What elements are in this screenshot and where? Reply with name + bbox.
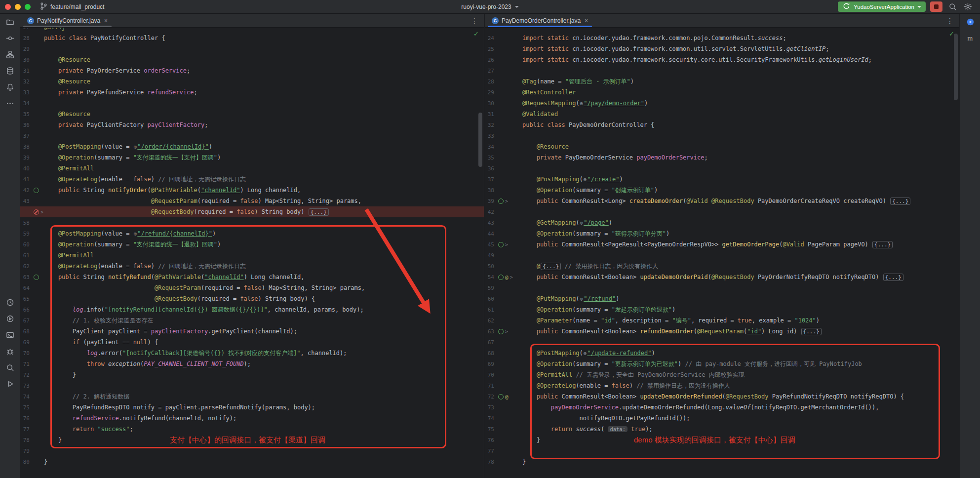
code-text[interactable]: @Parameter(name = "id", description = "编… <box>522 315 820 326</box>
line-number[interactable]: 71 <box>20 361 32 367</box>
inspections-ok-icon[interactable]: ✓ <box>473 30 479 38</box>
code-text[interactable]: private PayOrderService orderService; <box>44 65 190 76</box>
tab-paydemoordercontroller[interactable]: C PayDemoOrderController.java × <box>487 14 593 27</box>
line-number[interactable]: 29 <box>485 89 497 96</box>
line-number[interactable]: 34 <box>20 100 32 107</box>
history-toolwindow-icon[interactable] <box>0 294 20 311</box>
annotation-gutter-icon[interactable]: @ <box>505 274 509 280</box>
line-number[interactable]: 70 <box>485 372 497 378</box>
scrollbar-thumb[interactable] <box>478 113 482 167</box>
code-text[interactable]: return success( data: true); <box>522 424 653 435</box>
zoom-window-button[interactable] <box>25 4 31 10</box>
code-text[interactable]: @Resource <box>522 141 569 152</box>
project-toolwindow-icon[interactable] <box>0 14 20 30</box>
line-number[interactable]: 68 <box>485 350 497 357</box>
code-text[interactable]: @Resource <box>44 54 90 65</box>
debugger-toolwindow-icon[interactable] <box>0 343 20 359</box>
line-number[interactable]: 74 <box>485 415 497 422</box>
code-text[interactable]: import static cn.iocoder.yudao.framework… <box>522 33 786 43</box>
request-mapping-icon[interactable] <box>498 275 504 280</box>
line-number[interactable]: 33 <box>485 133 497 139</box>
search-toolwindow-icon[interactable] <box>0 359 20 376</box>
database-toolwindow-icon[interactable] <box>0 63 20 79</box>
assistant-toolwindow-icon[interactable] <box>960 14 980 30</box>
commit-toolwindow-icon[interactable] <box>0 30 20 46</box>
line-number[interactable]: 35 <box>20 111 32 118</box>
line-number[interactable]: 38 <box>485 187 497 194</box>
tab-options-icon[interactable]: ⋮ <box>465 14 484 27</box>
code-text[interactable]: @RequestParam(required = false) Map<Stri… <box>44 196 361 206</box>
code-text[interactable]: @Operation(summary = "支付渠道的统一【支付】回调") <box>44 152 221 163</box>
code-text[interactable]: @PermitAll <box>44 250 94 261</box>
line-number[interactable]: 77 <box>20 426 32 433</box>
line-number[interactable]: 59 <box>20 231 32 237</box>
fold-collapsed-icon[interactable]: > <box>505 242 508 247</box>
git-branch-widget[interactable]: feature/mall_product <box>36 1 108 13</box>
code-text[interactable]: PayClient payClient = payClientFactory.g… <box>44 326 297 337</box>
line-number[interactable]: 43 <box>20 198 32 204</box>
line-number[interactable]: 30 <box>20 57 32 63</box>
line-number[interactable]: 69 <box>485 361 497 367</box>
code-text[interactable]: @RequestBody(required = false) String bo… <box>44 293 315 304</box>
fold-collapsed-icon[interactable]: > <box>505 199 508 204</box>
request-mapping-icon[interactable] <box>34 275 39 280</box>
code-text[interactable]: log.info("[notifyRefund][channelId({}) 回… <box>44 304 364 315</box>
code-text[interactable]: @Validated <box>522 109 558 120</box>
code-text[interactable]: } <box>522 435 540 445</box>
line-number[interactable]: 76 <box>20 415 32 422</box>
code-text[interactable]: @Resource <box>44 109 90 120</box>
line-number[interactable]: 58 <box>20 220 32 226</box>
line-number[interactable]: 32 <box>485 122 497 128</box>
code-text[interactable]: import static cn.iocoder.yudao.framework… <box>522 54 872 65</box>
code-text[interactable]: } <box>44 456 47 467</box>
line-number[interactable]: 68 <box>20 328 32 335</box>
code-text[interactable]: log.error("[notifyCallback][渠道编号({}) 找不到… <box>44 348 347 358</box>
code-text[interactable]: throw exception(PAY_CHANNEL_CLIENT_NOT_F… <box>44 358 251 369</box>
code-text[interactable]: return "success"; <box>44 424 133 435</box>
line-number[interactable]: 28 <box>485 79 497 85</box>
line-number[interactable]: 60 <box>20 241 32 248</box>
line-number[interactable]: 37 <box>485 176 497 183</box>
code-text[interactable]: private PayDemoOrderService payDemoOrder… <box>522 152 708 163</box>
line-number[interactable]: 30 <box>485 100 497 107</box>
line-number[interactable]: 73 <box>20 383 32 389</box>
run-toolwindow-icon[interactable] <box>0 376 20 392</box>
line-number[interactable]: 44 <box>485 231 497 237</box>
code-text[interactable]: @Slf4j <box>44 28 65 33</box>
line-number[interactable]: 49 <box>485 252 497 259</box>
code-text[interactable]: @PostMapping(value = ⊕"/refund/{channelI… <box>44 228 216 239</box>
code-text[interactable]: private PayRefundService refundService; <box>44 87 197 98</box>
code-text[interactable]: @{...} // 禁用操作日志，因为没有操作人 <box>522 261 658 272</box>
line-number[interactable]: 75 <box>20 404 32 411</box>
code-editor-right[interactable]: 24import static cn.iocoder.yudao.framewo… <box>485 28 959 478</box>
request-mapping-icon[interactable] <box>498 199 504 204</box>
code-text[interactable]: @PermitAll <box>44 163 94 174</box>
line-number[interactable]: 67 <box>20 318 32 324</box>
line-number[interactable]: 36 <box>20 122 32 128</box>
request-mapping-icon[interactable] <box>498 242 504 247</box>
code-text[interactable]: @OperateLog(enable = false) // 回调地址，无需记录… <box>44 174 246 185</box>
line-number[interactable]: 74 <box>20 394 32 400</box>
code-text[interactable]: } <box>44 435 62 445</box>
line-number[interactable]: 76 <box>485 437 497 443</box>
request-mapping-icon[interactable] <box>498 329 504 334</box>
line-number[interactable]: 63 <box>20 274 32 280</box>
line-number[interactable]: 67 <box>485 339 497 346</box>
line-number[interactable]: 33 <box>20 89 32 96</box>
code-text[interactable]: refundService.notifyRefund(channelId, no… <box>44 413 236 424</box>
project-widget[interactable]: ruoyi-vue-pro-2023 <box>461 3 518 10</box>
minimize-window-button[interactable] <box>15 4 21 10</box>
code-text[interactable]: if (payClient == null) { <box>44 337 158 348</box>
line-number[interactable]: 42 <box>485 209 497 215</box>
line-number[interactable]: 70 <box>20 350 32 357</box>
code-text[interactable]: public CommonResult<Boolean> updateDemoO… <box>522 391 904 402</box>
code-text[interactable]: @OperateLog(enable = false) // 禁用操作日志，因为… <box>522 380 730 391</box>
line-number[interactable]: 41 <box>20 176 32 183</box>
more-toolwindow-icon[interactable] <box>0 95 20 112</box>
code-text[interactable]: payDemoOrderService.updateDemoOrderRefun… <box>522 402 879 413</box>
code-text[interactable]: public String notifyOrder(@PathVariable(… <box>44 185 301 196</box>
code-text[interactable]: @RequestMapping(⊕"/pay/demo-order") <box>522 98 648 109</box>
code-text[interactable]: @Operation(summary = "获得示例订单分页") <box>522 228 669 239</box>
line-number[interactable]: 29 <box>20 46 32 52</box>
request-mapping-icon[interactable] <box>498 394 504 399</box>
